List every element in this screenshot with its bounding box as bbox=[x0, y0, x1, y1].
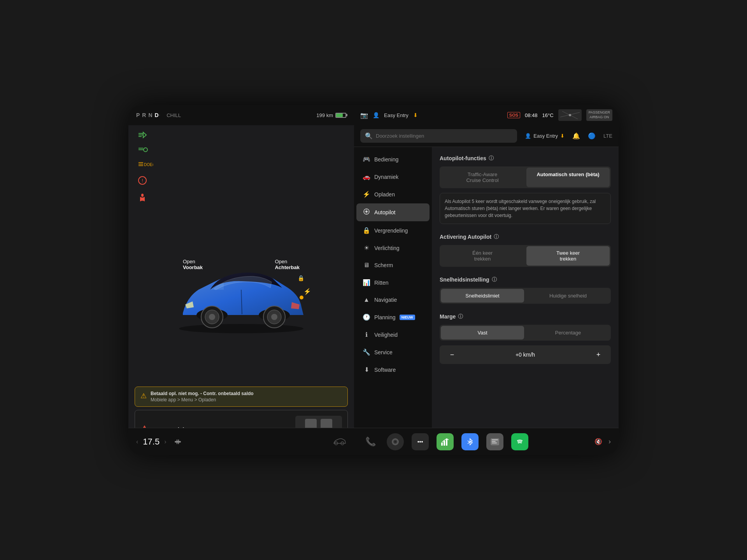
speed-value: +0 km/h bbox=[516, 352, 535, 358]
header-icons: SOS 08:48 16°C PASSENGERAIRBAG ON bbox=[507, 109, 612, 121]
autopilot-label: Autopilot bbox=[374, 209, 395, 215]
prnd-r: R bbox=[142, 112, 146, 118]
autopilot-functies-options: Traffic-AwareCruise Control Automatisch … bbox=[440, 166, 611, 188]
car-view: OpenVoorbak OpenAchterbak bbox=[128, 208, 354, 387]
sidebar-item-navigatie[interactable]: ▲ Navigatie bbox=[356, 292, 430, 308]
news-app[interactable] bbox=[486, 433, 503, 450]
sidebar-item-veiligheid[interactable]: ℹ Veiligheid bbox=[356, 326, 430, 343]
media-expand-icon[interactable]: › bbox=[608, 438, 611, 446]
snelheidslimiet-btn[interactable]: Snelheidslimiet bbox=[441, 289, 524, 303]
temp-increase[interactable]: › bbox=[164, 438, 166, 445]
snelheid-info-icon[interactable]: ⓘ bbox=[492, 276, 497, 283]
marge-info-icon[interactable]: ⓘ bbox=[458, 313, 463, 320]
temp-display: 16°C bbox=[542, 112, 554, 118]
sidebar-item-verlichting[interactable]: ☀ Verlichting bbox=[356, 240, 430, 256]
easy-entry-search-label: Easy Entry bbox=[533, 133, 558, 139]
top-bar-left: P R N D · CHILL 199 km bbox=[128, 105, 354, 125]
snelheidsinstelling-section: Snelheidsinstelling ⓘ Snelheidslimiet Hu… bbox=[440, 276, 611, 304]
sidebar-item-bediening[interactable]: 🎮 Bediening bbox=[356, 151, 430, 168]
svg-rect-33 bbox=[175, 441, 181, 443]
easy-entry-search[interactable]: 👤 Easy Entry ⬇ bbox=[525, 133, 565, 139]
svg-rect-13 bbox=[141, 194, 144, 197]
sidebar-item-ritten[interactable]: 📊 Ritten bbox=[356, 274, 430, 291]
more-app[interactable]: ••• bbox=[412, 433, 429, 450]
snelheid-options: Snelheidslimiet Huidige snelheid bbox=[440, 288, 611, 304]
airbag-warning-icon: ! bbox=[138, 176, 345, 185]
vast-btn[interactable]: Vast bbox=[441, 326, 524, 340]
alert-title: Betaald opl. niet mog. - Contr. onbetaal… bbox=[151, 391, 254, 396]
svg-rect-35 bbox=[178, 439, 179, 444]
svg-point-43 bbox=[365, 210, 368, 213]
autopilot-functies-section: Autopilot-functies ⓘ Traffic-AwareCruise… bbox=[440, 155, 611, 224]
autopilot-info-icon[interactable]: ⓘ bbox=[489, 155, 494, 162]
scherm-icon: 🖥 bbox=[363, 262, 370, 269]
headlights-icon bbox=[138, 131, 345, 138]
planning-label: Planning bbox=[374, 314, 396, 320]
autopilot-icon bbox=[363, 208, 370, 217]
navigatie-label: Navigatie bbox=[374, 297, 397, 303]
activering-info-icon[interactable]: ⓘ bbox=[494, 233, 499, 240]
een-keer-btn[interactable]: Één keertrekken bbox=[441, 246, 524, 266]
bluetooth-icon[interactable]: 🔵 bbox=[588, 132, 596, 140]
drive-mode: CHILL bbox=[167, 112, 181, 118]
top-bar-right: 📷 👤 Easy Entry ⬇ SOS 08:48 16°C PASSENGE… bbox=[354, 105, 619, 125]
sidebar-item-planning[interactable]: 🕐 Planning NIEUW bbox=[356, 309, 430, 326]
chart-icon bbox=[440, 437, 450, 447]
planning-icon: 🕐 bbox=[363, 313, 370, 321]
speed-plus-btn[interactable]: + bbox=[592, 348, 605, 361]
huidige-snelheid-btn[interactable]: Huidige snelheid bbox=[526, 289, 610, 303]
main-screen: P R N D · CHILL 199 km bbox=[128, 105, 619, 455]
twee-keer-btn[interactable]: Twee keertrekken bbox=[526, 246, 610, 266]
speed-minus-btn[interactable]: − bbox=[446, 348, 458, 361]
svg-text:!: ! bbox=[142, 178, 143, 184]
dot-separator: · bbox=[159, 112, 160, 119]
phone-app[interactable]: 📞 bbox=[362, 433, 379, 450]
range-display: 199 km bbox=[316, 112, 346, 118]
sidebar-item-autopilot[interactable]: Autopilot bbox=[356, 203, 430, 221]
temp-decrease[interactable]: ‹ bbox=[136, 438, 138, 445]
sidebar-item-dynamiek[interactable]: 🚗 Dynamiek bbox=[356, 168, 430, 185]
prnd-p: P bbox=[136, 112, 140, 118]
marge-title: Marge ⓘ bbox=[440, 313, 611, 320]
open-achterbak-label[interactable]: OpenAchterbak bbox=[275, 259, 300, 270]
spotify-app[interactable] bbox=[511, 433, 528, 450]
alert-triangle-icon: ⚠ bbox=[140, 392, 147, 400]
person-icon: 👤 bbox=[373, 112, 379, 118]
sidebar-item-service[interactable]: 🔧 Service bbox=[356, 344, 430, 360]
svg-rect-53 bbox=[446, 439, 447, 446]
lane-assist-icon: DOE≡ bbox=[138, 161, 345, 168]
sidebar-item-vergrendeling[interactable]: 🔒 Vergrendeling bbox=[356, 222, 430, 239]
signal-icon: LTE bbox=[603, 133, 612, 139]
time-display: 08:48 bbox=[525, 112, 538, 118]
scherm-label: Scherm bbox=[374, 262, 393, 268]
vergrendeling-icon: 🔒 bbox=[363, 227, 370, 234]
bluetooth-icon bbox=[466, 438, 474, 446]
sidebar-item-scherm[interactable]: 🖥 Scherm bbox=[356, 257, 430, 273]
open-voorbak-label[interactable]: OpenVoorbak bbox=[183, 259, 203, 270]
volume-icon[interactable]: 🔇 bbox=[594, 438, 602, 445]
traffic-aware-btn[interactable]: Traffic-AwareCruise Control bbox=[441, 168, 524, 187]
svg-point-50 bbox=[395, 441, 396, 443]
sidebar-item-software[interactable]: ⬇ Software bbox=[356, 361, 430, 378]
left-panel: P R N D · CHILL 199 km bbox=[128, 105, 354, 455]
svg-point-6 bbox=[144, 148, 147, 152]
software-icon: ⬇ bbox=[363, 366, 370, 373]
camera-app[interactable] bbox=[387, 433, 404, 450]
bell-icon[interactable]: 🔔 bbox=[572, 132, 580, 140]
svg-marker-3 bbox=[143, 132, 146, 138]
automatisch-sturen-btn[interactable]: Automatisch sturen (bèta) bbox=[526, 168, 610, 187]
autopilot-warning-text: Als Autopilot 5 keer wordt uitgeschakeld… bbox=[440, 193, 611, 224]
svg-rect-57 bbox=[492, 439, 498, 440]
verlichting-label: Verlichting bbox=[374, 245, 400, 251]
car-bottom-icon bbox=[332, 436, 346, 447]
chart-app[interactable] bbox=[437, 433, 454, 450]
battery-icon bbox=[335, 113, 346, 118]
percentage-btn[interactable]: Percentage bbox=[526, 326, 610, 340]
svg-rect-52 bbox=[444, 441, 445, 446]
bluetooth-app[interactable] bbox=[461, 433, 479, 450]
search-input[interactable] bbox=[376, 133, 512, 139]
activering-autopilot-section: Activering Autopilot ⓘ Één keertrekken T… bbox=[440, 233, 611, 267]
veiligheid-icon: ℹ bbox=[363, 331, 370, 338]
sidebar-item-opladen[interactable]: ⚡ Opladen bbox=[356, 186, 430, 203]
taskbar: 📞 ••• bbox=[354, 428, 619, 455]
